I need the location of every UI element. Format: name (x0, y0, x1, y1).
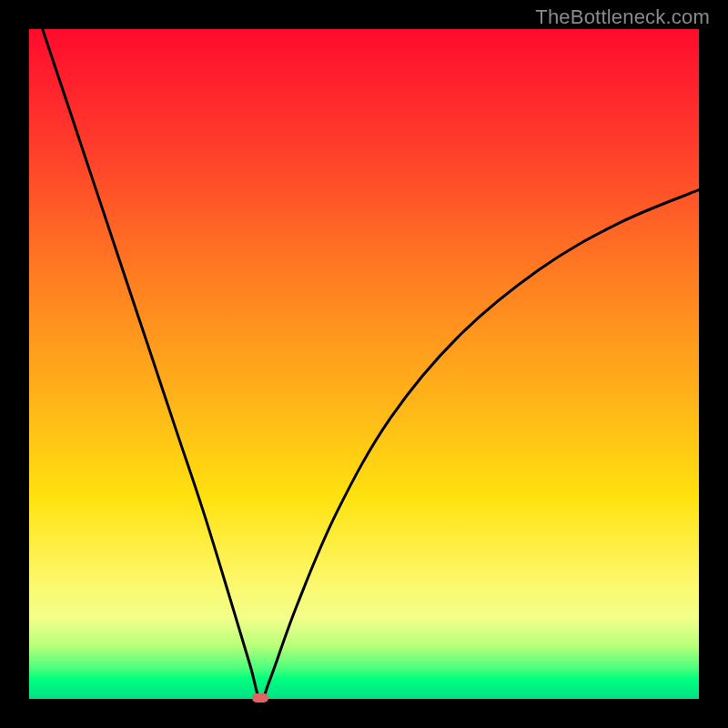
curve-path (43, 29, 699, 700)
watermark-text: TheBottleneck.com (535, 5, 710, 29)
chart-frame: TheBottleneck.com (0, 0, 728, 728)
plot-area (29, 29, 699, 699)
optimal-point-marker (252, 693, 268, 703)
bottleneck-curve (29, 29, 699, 699)
